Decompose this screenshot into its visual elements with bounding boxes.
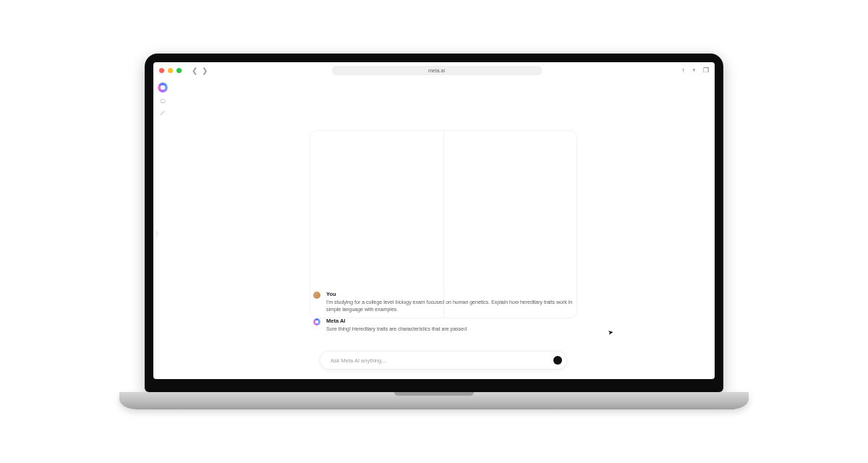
browser-toolbar: ❮ ❯ meta.ai ↑ + ❐ <box>153 62 715 78</box>
minimize-icon[interactable] <box>168 68 173 73</box>
url-text: meta.ai <box>428 68 445 73</box>
new-tab-icon[interactable]: + <box>692 67 696 74</box>
close-icon[interactable] <box>159 68 164 73</box>
svg-rect-0 <box>161 100 165 103</box>
sidebar <box>153 78 172 379</box>
tabs-icon[interactable]: ❐ <box>703 67 709 74</box>
chat-icon[interactable] <box>160 98 166 104</box>
prompt-placeholder: Ask Meta AI anything... <box>331 357 548 364</box>
forward-button[interactable]: ❯ <box>202 67 208 75</box>
main-area: You I'm studying for a college level bio… <box>172 78 715 379</box>
share-icon[interactable]: ↑ <box>681 67 685 74</box>
window-controls[interactable] <box>159 68 182 73</box>
edit-icon[interactable] <box>160 110 166 116</box>
meta-ai-logo-icon[interactable] <box>158 82 168 93</box>
chat-thread: You I'm studying for a college level bio… <box>313 291 574 337</box>
ai-name: Meta AI <box>326 318 574 326</box>
laptop-frame: ❮ ❯ meta.ai ↑ + ❐ <box>145 54 723 409</box>
ai-message-text: Sure thing! Hereditary traits are charac… <box>326 326 574 333</box>
meta-ai-avatar-icon <box>313 318 320 326</box>
nav-arrows: ❮ ❯ <box>192 67 208 75</box>
cursor-icon: ➤ <box>607 328 614 336</box>
user-message-text: I'm studying for a college level biology… <box>326 299 574 313</box>
laptop-base <box>119 392 749 409</box>
back-button[interactable]: ❮ <box>192 67 197 75</box>
url-bar-container: meta.ai <box>212 66 661 75</box>
user-message: You I'm studying for a college level bio… <box>313 291 574 313</box>
ai-message: Meta AI Sure thing! Hereditary traits ar… <box>313 318 574 333</box>
maximize-icon[interactable] <box>176 68 182 73</box>
prompt-input[interactable]: Ask Meta AI anything... <box>320 352 566 369</box>
sidebar-expand-icon[interactable]: ⟩ <box>156 230 158 237</box>
screen: ❮ ❯ meta.ai ↑ + ❐ <box>153 62 715 379</box>
screen-bezel: ❮ ❯ meta.ai ↑ + ❐ <box>145 54 723 392</box>
url-bar[interactable]: meta.ai <box>332 66 542 75</box>
user-name: You <box>326 291 574 299</box>
send-button[interactable] <box>553 356 562 365</box>
user-avatar-icon <box>313 292 320 299</box>
browser-actions: ↑ + ❐ <box>665 67 709 74</box>
app-body: ⟩ You I'm studying for a college level b… <box>153 78 715 379</box>
